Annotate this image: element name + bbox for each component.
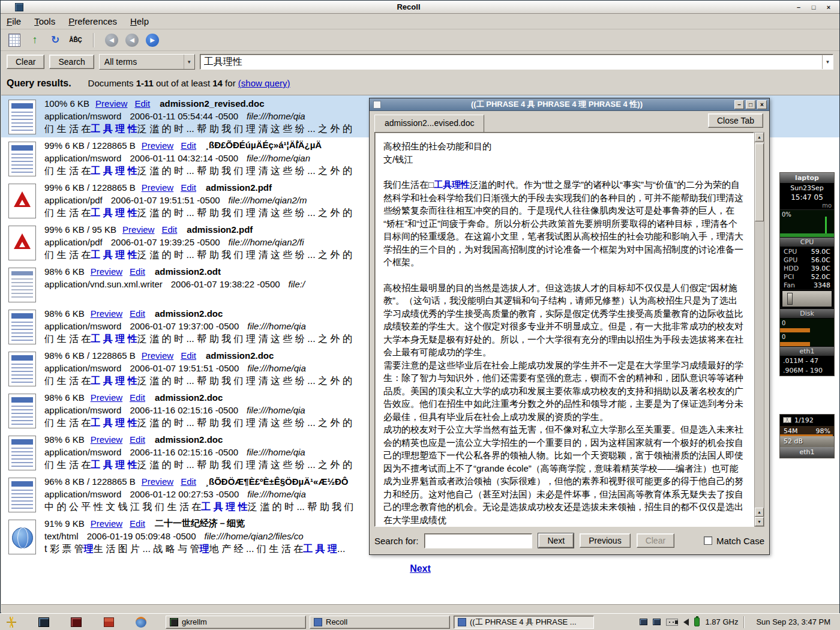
- sort-button[interactable]: ↑: [26, 32, 44, 49]
- match-case-label: Match Case: [716, 536, 764, 546]
- find-next-button[interactable]: Next: [538, 533, 574, 548]
- window-title: Recoll: [23, 2, 794, 11]
- search-mode-select[interactable]: All terms ▼: [99, 54, 195, 70]
- search-button[interactable]: Search: [49, 55, 94, 69]
- find-clear-button[interactable]: Clear: [637, 533, 674, 548]
- mail-icon: [783, 417, 791, 423]
- term-explorer-button[interactable]: ÂB̂Ç: [67, 32, 85, 49]
- edit-link[interactable]: Edit: [181, 476, 196, 487]
- preview-maximize-icon[interactable]: □: [746, 100, 755, 109]
- scrollbar-thumb[interactable]: [755, 143, 764, 221]
- results-summary[interactable]: Documents 1-11 out of at least 14 for (s…: [88, 78, 290, 88]
- preview-titlebar[interactable]: ((工 PHRASE 4 具 PHRASE 4 理 PHRASE 4 性)) –…: [370, 98, 769, 111]
- start-menu-button[interactable]: [4, 616, 19, 629]
- minimize-icon[interactable]: –: [794, 2, 803, 12]
- console-launcher[interactable]: [68, 616, 84, 629]
- gkrellm-monitor-lower[interactable]: 1/192 54M 98% 52 dB eth1: [779, 414, 835, 458]
- close-icon[interactable]: ×: [824, 2, 833, 12]
- first-page-button[interactable]: ◀: [103, 32, 121, 49]
- result-url: file:///home/qian: [247, 153, 310, 163]
- edit-link[interactable]: Edit: [130, 308, 145, 319]
- browser-launcher[interactable]: [133, 616, 149, 629]
- preview-link[interactable]: Preview: [95, 98, 127, 109]
- preview-search-input[interactable]: [424, 533, 532, 548]
- edit-link[interactable]: Edit: [181, 350, 196, 361]
- file-type-icon: [8, 352, 36, 386]
- clock[interactable]: Sun Sep 23, 3:47 PM: [750, 617, 836, 626]
- preview-tab[interactable]: admission2...evised.doc: [374, 115, 484, 132]
- taskbar-window-button[interactable]: gkrellm: [166, 616, 306, 629]
- edit-link[interactable]: Edit: [134, 98, 150, 109]
- result-mime: application/pdf: [44, 237, 103, 247]
- result-date: 2006-01-07 19:37:00 -0500: [130, 321, 239, 331]
- edit-link[interactable]: Edit: [181, 140, 196, 151]
- display-icon[interactable]: [640, 619, 647, 625]
- edit-link[interactable]: Edit: [130, 518, 145, 529]
- preview-link[interactable]: Preview: [91, 308, 122, 319]
- maximize-icon[interactable]: □: [809, 2, 818, 12]
- titlebar[interactable]: Recoll – □ ×: [1, 1, 839, 14]
- result-mime: application/msword: [44, 111, 121, 121]
- next-page-link[interactable]: Next: [410, 563, 431, 574]
- preview-link[interactable]: Preview: [91, 392, 122, 403]
- battery-icon[interactable]: [694, 617, 700, 626]
- file-type-icon: [8, 142, 36, 176]
- window-button-icon: [170, 618, 178, 626]
- search-row: Clear Search All terms ▼ ▼: [1, 51, 839, 73]
- query-detail-button[interactable]: [5, 32, 23, 49]
- scroll-up-icon[interactable]: ▲: [755, 133, 764, 142]
- prev-page-button[interactable]: ◀: [123, 32, 141, 49]
- preview-scrollbar[interactable]: ▲ ▲ ▼: [754, 132, 764, 527]
- preview-link[interactable]: Preview: [142, 140, 173, 151]
- menu-help[interactable]: Help: [130, 16, 149, 26]
- preview-link[interactable]: Preview: [142, 182, 173, 193]
- firefox-icon: [136, 617, 146, 628]
- taskbar-window-button[interactable]: Recoll: [310, 616, 450, 629]
- package-launcher[interactable]: [101, 616, 116, 629]
- menu-tools[interactable]: Tools: [34, 16, 55, 26]
- scroll-down-icon[interactable]: ▼: [755, 517, 764, 526]
- preview-close-icon[interactable]: ×: [757, 100, 767, 109]
- prev-page-icon: ◀: [125, 34, 139, 47]
- preview-text[interactable]: 高校招生的社会功能和目的 文/钱江 我们生活在□工具理性泛滥的时代。作为“世之显…: [374, 132, 754, 527]
- terminal-launcher[interactable]: [36, 616, 52, 629]
- result-mime: application/pdf: [44, 195, 103, 205]
- edit-link[interactable]: Edit: [130, 392, 145, 403]
- window-button-icon: [314, 618, 322, 626]
- reload-button[interactable]: ↻: [46, 32, 64, 49]
- result-title: admission2.doc: [155, 392, 223, 403]
- preview-link[interactable]: Preview: [91, 518, 122, 529]
- preview-link[interactable]: Preview: [122, 224, 154, 235]
- match-case-checkbox[interactable]: [704, 536, 712, 545]
- tray-separator: [743, 616, 745, 628]
- close-tab-button[interactable]: Close Tab: [708, 113, 763, 128]
- workspace-icon[interactable]: [653, 619, 661, 625]
- console-icon: [71, 617, 82, 627]
- result-title: admission2_revised.doc: [160, 98, 264, 109]
- next-page-button[interactable]: ▶: [143, 32, 161, 49]
- result-mime: application/vnd.sun.xml.writer: [44, 279, 163, 289]
- query-history-chevron-icon[interactable]: ▼: [822, 55, 833, 69]
- query-input[interactable]: [200, 55, 822, 69]
- clear-button[interactable]: Clear: [7, 55, 44, 69]
- preview-link[interactable]: Preview: [142, 476, 173, 487]
- preview-link[interactable]: Preview: [91, 434, 122, 445]
- edit-link[interactable]: Edit: [130, 266, 145, 277]
- find-previous-button[interactable]: Previous: [580, 533, 630, 548]
- volume-icon[interactable]: [683, 619, 689, 626]
- gkrellm-item: mo: [780, 202, 834, 209]
- gkrellm-monitor[interactable]: laptop Sun23Sep 15:47 05 mo 0% CPU: [779, 172, 835, 376]
- result-relevance-size: 98% 6 KB: [44, 308, 85, 319]
- scroll-up-icon[interactable]: ▲: [755, 508, 764, 517]
- preview-minimize-icon[interactable]: –: [734, 100, 744, 109]
- menu-preferences[interactable]: Preferences: [68, 16, 117, 26]
- preview-link[interactable]: Preview: [91, 266, 122, 277]
- edit-link[interactable]: Edit: [161, 224, 177, 235]
- menu-file[interactable]: File: [7, 16, 21, 26]
- result-url: file:///home/qian2/fi: [229, 237, 304, 247]
- edit-link[interactable]: Edit: [130, 434, 145, 445]
- edit-link[interactable]: Edit: [181, 182, 196, 193]
- taskbar-window-button[interactable]: ((工 PHRASE 4 具 PHRASE ...: [454, 616, 594, 629]
- preview-link[interactable]: Preview: [142, 350, 173, 361]
- gkrellm-item: .906M - 190: [780, 366, 834, 376]
